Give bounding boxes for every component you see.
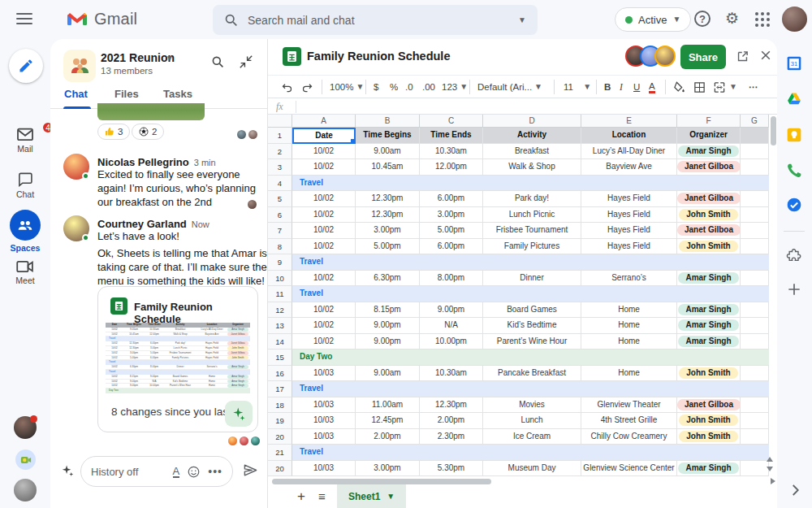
band-row-label[interactable]: Travel	[292, 286, 769, 302]
cell[interactable]: Organizer	[677, 128, 741, 144]
sheet-row[interactable]: 11Travel	[268, 286, 769, 302]
cell[interactable]: 10.00pm	[420, 334, 483, 350]
scroll-up-arrow[interactable]	[767, 457, 773, 462]
google-apps-icon[interactable]	[755, 12, 770, 27]
card-sparkle-button[interactable]	[225, 401, 253, 427]
sheet-row[interactable]: 4Travel	[268, 176, 769, 192]
row-number[interactable]: 13	[268, 318, 292, 334]
font-size-select[interactable]: 11 ▼	[564, 76, 591, 98]
scroll-down-arrow[interactable]	[767, 467, 773, 471]
cell[interactable]: Glenview Theater	[581, 397, 677, 414]
cell[interactable]: Home	[581, 366, 677, 382]
organizer-cell[interactable]: Janet Gilboa	[677, 159, 741, 176]
space-avatar[interactable]	[63, 50, 96, 82]
cell[interactable]: 12.45pm	[356, 413, 420, 429]
sheet-row[interactable]: 15Day Two	[268, 350, 769, 366]
more-options-icon[interactable]: •••	[208, 465, 222, 478]
message-input[interactable]: History off A •••	[80, 456, 233, 487]
sheet-row[interactable]: 610/0212.30pm3.00pmLunch PicnicHayes Fie…	[268, 207, 769, 224]
column-header-F[interactable]: F	[677, 115, 741, 127]
cell[interactable]: Board Games	[483, 302, 581, 319]
row-number[interactable]: 17	[268, 381, 292, 397]
organizer-cell[interactable]: John Smith	[677, 207, 741, 224]
sheet-row[interactable]: 17Travel	[268, 381, 769, 397]
cell[interactable]: Frisbee Tournament	[483, 223, 581, 239]
cell[interactable]: 2.30pm	[420, 429, 483, 445]
compose-button[interactable]	[9, 49, 43, 83]
search-icon[interactable]	[224, 13, 238, 27]
sidebar-item-chat[interactable]: Chat	[0, 172, 50, 199]
organizer-cell[interactable]: Janet Gilboa	[677, 223, 741, 239]
cell[interactable]	[741, 366, 769, 382]
all-sheets-icon[interactable]: ≡	[318, 489, 326, 503]
account-avatar[interactable]	[782, 7, 807, 32]
decrease-decimal-button[interactable]: .0	[405, 76, 413, 98]
format-text-icon[interactable]: A	[173, 466, 180, 478]
cell[interactable]: 3.00pm	[356, 223, 420, 239]
cell[interactable]: 9.00pm	[356, 318, 420, 334]
sheet-row[interactable]: 1DateTime BeginsTime EndsActivityLocatio…	[268, 128, 769, 144]
voice-icon[interactable]	[786, 163, 802, 179]
cell[interactable]	[741, 318, 769, 334]
cell[interactable]: Bayview Ave	[581, 159, 677, 176]
tasks-icon[interactable]	[786, 197, 802, 213]
cell[interactable]: 10/02	[292, 223, 356, 239]
sheet-row[interactable]: 1310/029.00pmN/AKid’s BedtimeHomeAmar Si…	[268, 318, 769, 334]
cell[interactable]: 10/02	[292, 318, 356, 334]
space-menu-caret-icon[interactable]: ▼	[166, 54, 174, 63]
gmail-logo[interactable]: Gmail	[67, 10, 137, 28]
organizer-cell[interactable]: John Smith	[677, 239, 741, 255]
cell[interactable]: 10/02	[292, 302, 356, 319]
cell[interactable]: Walk & Shop	[483, 159, 581, 176]
recent-contact-avatar[interactable]	[15, 449, 36, 470]
cell[interactable]: 10/03	[292, 429, 356, 445]
row-number[interactable]: 21	[268, 445, 292, 461]
cell[interactable]: 12.00pm	[420, 159, 483, 176]
tab-files[interactable]: Files	[114, 88, 139, 100]
cell[interactable]: 8.00pm	[420, 271, 483, 287]
organizer-cell[interactable]: Janet Gilboa	[677, 397, 741, 414]
cell[interactable]: Parent’s Wine Hour	[483, 334, 581, 350]
formula-bar[interactable]: fx	[268, 98, 777, 115]
row-number[interactable]: 3	[268, 159, 292, 176]
sidebar-item-meet[interactable]: Meet	[0, 260, 50, 285]
cell[interactable]: 12.30pm	[420, 397, 483, 414]
cell[interactable]: 9.00pm	[420, 302, 483, 319]
cell[interactable]	[741, 429, 769, 445]
grid-corner[interactable]	[268, 115, 292, 127]
cell[interactable]: Time Ends	[420, 128, 483, 144]
cell[interactable]	[741, 302, 769, 319]
cell[interactable]: Hayes Field	[581, 223, 677, 239]
row-number[interactable]: 20	[268, 429, 292, 445]
sheet-row[interactable]: 310/0210.45am12.00pmWalk & ShopBayview A…	[268, 159, 769, 176]
organizer-cell[interactable]: John Smith	[677, 366, 741, 382]
sheet-tab[interactable]: Sheet1 ▼	[337, 484, 406, 508]
cell[interactable]: Kid’s Bedtime	[483, 318, 581, 334]
cell[interactable]: Time Begins	[356, 128, 420, 144]
merge-cells-icon[interactable]	[713, 76, 726, 98]
sidebar-item-mail[interactable]: 4 Mail	[0, 127, 50, 154]
cell[interactable]: Lunch	[483, 413, 581, 429]
borders-icon[interactable]	[693, 76, 706, 98]
message-author[interactable]: Nicolas Pellegrino	[97, 156, 189, 168]
merge-caret-icon[interactable]: ▼	[729, 76, 737, 98]
cell[interactable]: Home	[581, 334, 677, 350]
toolbar-overflow-icon[interactable]: ⋯	[749, 76, 758, 98]
organizer-cell[interactable]: Amar Singh	[677, 144, 741, 160]
emoji-icon[interactable]	[188, 466, 200, 478]
cell[interactable]: 3.00pm	[356, 461, 420, 477]
row-number[interactable]: 7	[268, 223, 292, 239]
cell[interactable]	[741, 397, 769, 414]
cell[interactable]: 10/03	[292, 366, 356, 382]
cell[interactable]: N/A	[420, 318, 483, 334]
cell[interactable]: Pancake Breakfast	[483, 366, 581, 382]
sheet-row[interactable]: 510/0212.30pm6.00pmPark day!Hayes FieldJ…	[268, 191, 769, 207]
sheet-row[interactable]: 1210/028.15pm9.00pmBoard GamesHomeAmar S…	[268, 302, 769, 319]
cell[interactable]	[741, 334, 769, 350]
cell[interactable]: 6.30pm	[356, 271, 420, 287]
band-row-label[interactable]: Travel	[292, 381, 769, 397]
cell[interactable]	[741, 461, 769, 477]
help-icon[interactable]: ?	[694, 11, 710, 27]
redo-icon[interactable]	[301, 76, 313, 98]
cell[interactable]: 5.00pm	[420, 223, 483, 239]
